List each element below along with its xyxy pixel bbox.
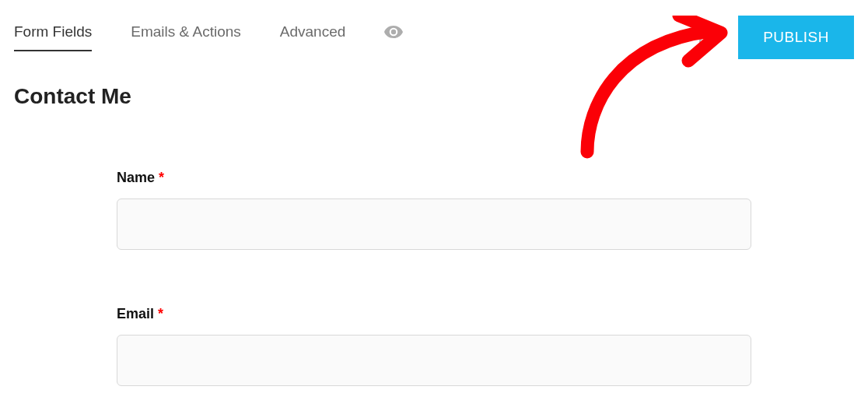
header-bar: Form Fields Emails & Actions Advanced PU… xyxy=(0,0,868,59)
required-indicator: * xyxy=(158,306,163,321)
preview-icon[interactable] xyxy=(384,26,403,49)
email-field[interactable] xyxy=(117,335,751,386)
field-label-email: Email * xyxy=(117,306,751,322)
tab-form-fields[interactable]: Form Fields xyxy=(14,23,92,51)
form-preview: Name * Email * xyxy=(0,109,868,386)
field-label-name: Name * xyxy=(117,170,751,186)
header-actions: PUBLISH xyxy=(698,16,854,59)
publish-button[interactable]: PUBLISH xyxy=(738,16,854,59)
page-title: Contact Me xyxy=(0,59,868,109)
field-group-email: Email * xyxy=(117,306,751,386)
link-icon[interactable] xyxy=(698,28,716,47)
name-field[interactable] xyxy=(117,198,751,250)
tab-list: Form Fields Emails & Actions Advanced xyxy=(14,23,403,51)
label-text: Name xyxy=(117,170,155,185)
field-group-name: Name * xyxy=(117,170,751,250)
tab-emails-actions[interactable]: Emails & Actions xyxy=(131,23,241,51)
label-text: Email xyxy=(117,306,154,321)
tab-advanced[interactable]: Advanced xyxy=(280,23,346,51)
required-indicator: * xyxy=(159,170,164,185)
